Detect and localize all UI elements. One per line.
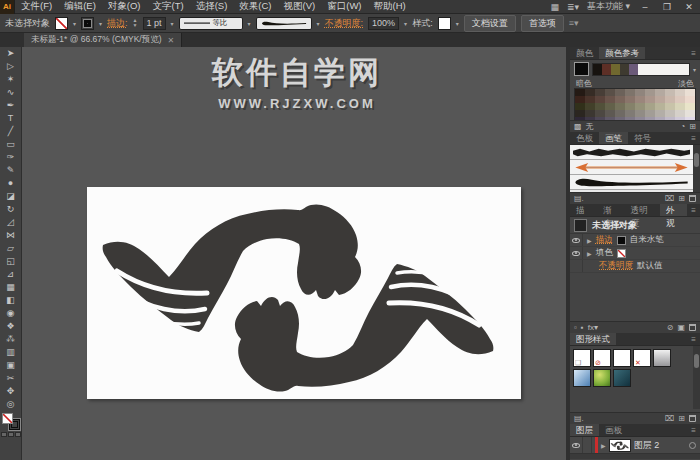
color-variation-swatch[interactable] (635, 89, 645, 96)
delete-style-icon[interactable] (689, 415, 696, 422)
remove-brush-stroke-icon[interactable]: ⌧ (665, 194, 674, 203)
visibility-toggle[interactable] (570, 234, 583, 246)
style-dropdown-icon[interactable]: ▾ (456, 20, 459, 27)
menu-item[interactable]: 选择(S) (190, 0, 234, 13)
color-variation-swatch[interactable] (625, 110, 635, 117)
panel-menu-icon[interactable]: ≡ (687, 424, 700, 436)
color-variation-swatch[interactable] (615, 103, 625, 110)
none-mode-icon[interactable] (15, 432, 21, 437)
menu-item[interactable]: 对象(O) (102, 0, 147, 13)
tab-appearance-外观[interactable]: 外观 (660, 204, 687, 216)
color-variation-swatch[interactable] (675, 96, 685, 103)
fill-none-swatch[interactable] (617, 249, 626, 258)
lasso-tool-icon[interactable]: ∿ (0, 86, 22, 99)
duplicate-item-icon[interactable]: ▣ (677, 323, 685, 332)
visibility-toggle[interactable] (570, 247, 583, 259)
tab-colorguide-颜色参考[interactable]: 颜色参考 (599, 47, 645, 59)
tab-appearance-描边[interactable]: 描边 (570, 204, 597, 216)
color-variation-swatch[interactable] (685, 103, 695, 110)
tab-colorguide-颜色[interactable]: 颜色 (570, 47, 599, 59)
new-stroke-icon[interactable]: ▫ (574, 323, 577, 332)
color-variation-swatch[interactable] (605, 96, 615, 103)
color-variation-swatch[interactable] (655, 96, 665, 103)
color-variation-swatch[interactable] (655, 110, 665, 117)
free-transform-tool-icon[interactable]: ▱ (0, 242, 22, 255)
menu-item[interactable]: 效果(C) (233, 0, 277, 13)
cs-live-icon[interactable]: ≣▾ (567, 2, 579, 12)
paintbrush-tool-icon[interactable]: ✑ (0, 151, 22, 164)
style-libraries-icon[interactable]: ▤. (574, 414, 584, 423)
stroke-weight-field[interactable]: 1 pt (143, 17, 166, 30)
color-variation-swatch[interactable] (665, 103, 675, 110)
line-tool-icon[interactable]: ╱ (0, 125, 22, 138)
gradient-tool-icon[interactable]: ◧ (0, 294, 22, 307)
teal-texture-style[interactable] (613, 369, 631, 387)
expand-icon[interactable]: ▶ (587, 237, 592, 244)
rectangle-tool-icon[interactable]: ▭ (0, 138, 22, 151)
fill-stroke-indicator[interactable] (2, 413, 20, 430)
restore-button[interactable]: ❐ (660, 2, 674, 12)
pen-tool-icon[interactable]: ✒ (0, 99, 22, 112)
magic-wand-tool-icon[interactable]: ✶ (0, 73, 22, 86)
color-variation-swatch[interactable] (585, 110, 595, 117)
column-graph-tool-icon[interactable]: ▥ (0, 346, 22, 359)
new-style-icon[interactable]: ⊞ (678, 414, 685, 423)
color-variation-swatch[interactable] (645, 103, 655, 110)
brush-item[interactable] (570, 175, 693, 190)
color-variation-swatch[interactable] (585, 89, 595, 96)
menu-item[interactable]: 视图(V) (278, 0, 322, 13)
color-variation-swatch[interactable] (675, 110, 685, 117)
arrange-documents-icon[interactable]: ▦ (550, 2, 559, 12)
tab-close-icon[interactable]: ✕ (168, 36, 175, 45)
document-tab[interactable]: 未标题-1* @ 66.67% (CMYK/预览) ✕ (24, 33, 182, 47)
clear-appearance-icon[interactable]: ⊘ (667, 323, 674, 332)
width-tool-icon[interactable]: ⋈ (0, 229, 22, 242)
perspective-grid-tool-icon[interactable]: ⊿ (0, 268, 22, 281)
brush-item[interactable] (570, 145, 693, 160)
silver-gradient-style[interactable] (653, 349, 671, 367)
color-variation-swatch[interactable] (625, 96, 635, 103)
gradient-mode-icon[interactable] (8, 432, 14, 437)
add-effect-icon[interactable]: fx▾ (588, 323, 598, 332)
red-slash-style[interactable]: ⊘ (593, 349, 611, 367)
fill-dropdown-icon[interactable]: ▾ (73, 20, 76, 27)
visibility-toggle[interactable] (570, 260, 583, 272)
fill-color-swatch[interactable] (55, 17, 68, 30)
color-variation-swatch[interactable] (665, 96, 675, 103)
color-variation-swatch[interactable] (635, 110, 645, 117)
brush-dropdown-icon[interactable]: ▾ (317, 20, 320, 27)
new-fill-icon[interactable]: ▪ (581, 323, 584, 332)
stroke-weight-stepper[interactable]: ▲▼ (133, 18, 138, 28)
symbol-sprayer-tool-icon[interactable]: ⁂ (0, 333, 22, 346)
align-options-icon[interactable]: ≡▾ (569, 18, 579, 28)
stroke-color-swatch[interactable] (81, 17, 94, 30)
blue-gradient-style[interactable] (573, 369, 591, 387)
opacity-field[interactable]: 100% (368, 17, 399, 30)
harmony-swatch[interactable] (611, 64, 620, 75)
tab-brushes-画笔[interactable]: 画笔 (599, 132, 628, 144)
panel-menu-icon[interactable]: ≡ (687, 47, 700, 59)
layer-name[interactable]: 图层 2 (634, 439, 660, 452)
menu-item[interactable]: 帮助(H) (368, 0, 412, 13)
appearance-stroke-row[interactable]: ▶ 描边 自来水笔 (570, 234, 700, 247)
default-graphic-style[interactable]: ❏ (573, 349, 591, 367)
color-variation-swatch[interactable] (615, 110, 625, 117)
edit-colors-icon[interactable]: ◔ (680, 122, 685, 131)
direct-selection-tool-icon[interactable]: ▷ (0, 60, 22, 73)
color-variation-swatch[interactable] (665, 110, 675, 117)
selection-tool-icon[interactable]: ➤ (0, 47, 22, 60)
artboard[interactable] (87, 187, 521, 399)
color-variation-swatch[interactable] (585, 103, 595, 110)
fill-none-indicator-icon[interactable] (2, 413, 13, 424)
color-variation-swatch[interactable] (625, 89, 635, 96)
color-variation-swatch[interactable] (685, 96, 695, 103)
harmony-swatch[interactable] (629, 64, 638, 75)
color-variation-swatch[interactable] (685, 110, 695, 117)
panel-menu-icon[interactable]: ≡ (687, 132, 700, 144)
break-link-icon[interactable]: ⌧ (665, 414, 674, 423)
color-variation-swatch[interactable] (585, 96, 595, 103)
color-variation-swatch[interactable] (675, 89, 685, 96)
color-variation-swatch[interactable] (595, 89, 605, 96)
color-variation-swatch[interactable] (655, 89, 665, 96)
save-to-swatches-icon[interactable]: ⊞ (689, 122, 696, 131)
